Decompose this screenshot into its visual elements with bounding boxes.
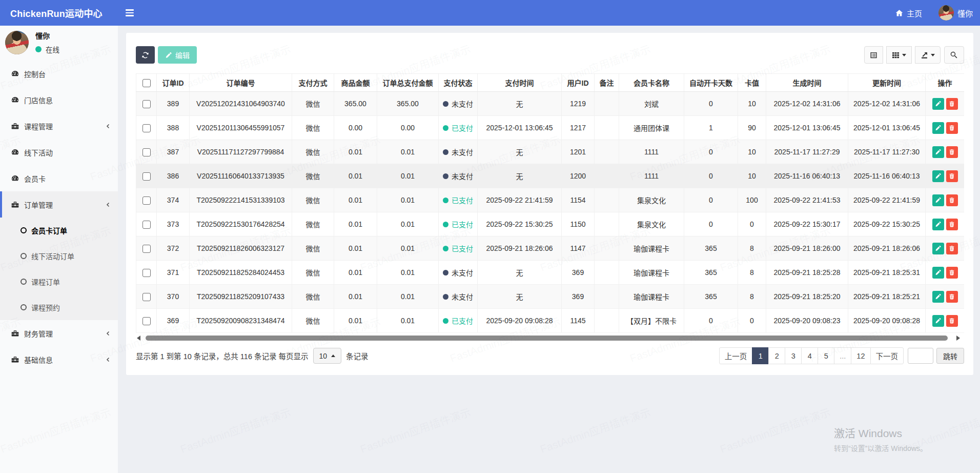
sidebar-item-订单管理[interactable]: 订单管理 <box>0 191 118 218</box>
row-delete-button[interactable] <box>946 194 958 206</box>
row-edit-button[interactable] <box>932 122 944 134</box>
column-header-订单总支付金额[interactable]: 订单总支付金额 <box>377 74 439 92</box>
row-checkbox[interactable] <box>142 196 151 205</box>
sidebar-item-控制台[interactable]: 控制台 <box>0 61 118 87</box>
pagination-page-2[interactable]: 2 <box>768 347 785 364</box>
cell-actions <box>926 164 965 188</box>
column-header-生成时间[interactable]: 生成时间 <box>766 74 848 92</box>
row-checkbox[interactable] <box>142 293 151 301</box>
toolbar: 编辑 <box>136 46 964 64</box>
pagination-ellipsis[interactable]: ... <box>834 347 851 364</box>
sidebar-subitem-课程订单[interactable]: 课程订单 <box>0 269 118 294</box>
cell-card-value: 100 <box>738 188 766 212</box>
column-header-支付时间[interactable]: 支付时间 <box>478 74 562 92</box>
row-checkbox[interactable] <box>142 317 151 325</box>
row-edit-button[interactable] <box>932 291 944 303</box>
column-header-操作[interactable]: 操作 <box>926 74 965 92</box>
row-delete-button[interactable] <box>946 122 958 134</box>
page-jump-input[interactable] <box>908 348 933 364</box>
scroll-right-arrow-icon[interactable] <box>956 336 960 341</box>
row-checkbox[interactable] <box>142 221 151 229</box>
sidebar-subitem-课程预约[interactable]: 课程预约 <box>0 294 118 320</box>
row-delete-button[interactable] <box>946 98 958 110</box>
cell-total: 0.00 <box>377 116 439 140</box>
cell-order-id: 371 <box>157 261 190 285</box>
row-edit-button[interactable] <box>932 98 944 110</box>
select-all-checkbox[interactable] <box>142 79 151 87</box>
pagination-next[interactable]: 下一页 <box>870 347 904 364</box>
column-header-支付状态[interactable]: 支付状态 <box>439 74 478 92</box>
pagination-prev[interactable]: 上一页 <box>719 347 753 364</box>
home-link[interactable]: 主页 <box>887 0 930 26</box>
edit-button[interactable]: 编辑 <box>158 46 197 64</box>
sidebar-menu: 控制台门店信息课程管理线下活动会员卡订单管理会员卡订单线下活动订单课程订单课程预… <box>0 61 118 372</box>
scrollbar-thumb[interactable] <box>146 336 948 341</box>
sidebar-item-课程管理[interactable]: 课程管理 <box>0 113 118 139</box>
sidebar-item-基础信息[interactable]: 基础信息 <box>0 346 118 372</box>
row-checkbox[interactable] <box>142 269 151 277</box>
column-header-支付方式[interactable]: 支付方式 <box>292 74 334 92</box>
row-edit-button[interactable] <box>932 315 944 327</box>
page-jump-button[interactable]: 跳转 <box>936 348 964 364</box>
pagination-page-12[interactable]: 12 <box>851 347 870 364</box>
row-delete-button[interactable] <box>946 146 958 158</box>
row-edit-button[interactable] <box>932 267 944 279</box>
row-delete-button[interactable] <box>946 315 958 327</box>
column-header-备注[interactable]: 备注 <box>595 74 619 92</box>
circle-icon <box>21 227 27 233</box>
column-header-卡值[interactable]: 卡值 <box>738 74 766 92</box>
row-edit-button[interactable] <box>932 219 944 230</box>
status-label: 已支付 <box>452 123 473 133</box>
navbar-user-menu[interactable]: 懂你 <box>930 0 980 26</box>
pagination-page-3[interactable]: 3 <box>785 347 802 364</box>
sidebar-item-会员卡[interactable]: 会员卡 <box>0 165 118 191</box>
row-checkbox[interactable] <box>142 124 151 132</box>
row-checkbox[interactable] <box>142 148 151 156</box>
row-delete-button[interactable] <box>946 267 958 279</box>
scroll-left-arrow-icon[interactable] <box>137 336 140 341</box>
sidebar-toggle-button[interactable] <box>118 0 141 26</box>
row-edit-button[interactable] <box>932 243 944 254</box>
search-button[interactable] <box>944 46 964 64</box>
columns-button[interactable] <box>886 46 912 64</box>
export-button[interactable] <box>915 46 941 64</box>
refresh-button[interactable] <box>136 46 155 64</box>
cell-pay-method: 微信 <box>292 116 334 140</box>
row-checkbox[interactable] <box>142 245 151 253</box>
pagination-page-5[interactable]: 5 <box>818 347 834 364</box>
status-badge: 已支付 <box>443 316 473 326</box>
sidebar-item-门店信息[interactable]: 门店信息 <box>0 87 118 113</box>
column-header-订单ID[interactable]: 订单ID <box>157 74 190 92</box>
column-header-会员卡名称[interactable]: 会员卡名称 <box>619 74 684 92</box>
cell-pay-method: 微信 <box>292 261 334 285</box>
column-header-用户ID[interactable]: 用户ID <box>562 74 595 92</box>
brand[interactable]: ChickenRun运动中心 <box>0 6 118 19</box>
row-checkbox[interactable] <box>142 100 151 108</box>
detail-view-button[interactable] <box>864 46 883 64</box>
column-header-自动开卡天数[interactable]: 自动开卡天数 <box>684 74 738 92</box>
pagination-page-1[interactable]: 1 <box>752 347 769 364</box>
page-size-dropdown[interactable]: 10 <box>313 348 342 364</box>
sidebar-subitem-线下活动订单[interactable]: 线下活动订单 <box>0 243 118 269</box>
page: ChickenRun运动中心 主页 懂你 懂你 在线 控制台门店信息课程管理线下… <box>0 0 980 473</box>
sidebar-item-label: 基础信息 <box>24 354 106 365</box>
pagination-page-4[interactable]: 4 <box>801 347 818 364</box>
horizontal-scrollbar[interactable] <box>136 334 964 342</box>
sidebar-item-线下活动[interactable]: 线下活动 <box>0 139 118 165</box>
row-checkbox[interactable] <box>142 172 151 181</box>
row-delete-button[interactable] <box>946 243 958 254</box>
column-header-商品金额[interactable]: 商品金额 <box>334 74 377 92</box>
row-edit-button[interactable] <box>932 170 944 182</box>
sidebar-item-财务管理[interactable]: 财务管理 <box>0 320 118 346</box>
sidebar-subitem-会员卡订单[interactable]: 会员卡订单 <box>0 218 118 243</box>
row-select-cell <box>136 212 157 236</box>
column-header-订单编号[interactable]: 订单编号 <box>190 74 292 92</box>
row-edit-button[interactable] <box>932 194 944 206</box>
row-delete-button[interactable] <box>946 291 958 303</box>
cell-created: 2025-09-21 18:25:20 <box>766 285 848 309</box>
row-delete-button[interactable] <box>946 219 958 230</box>
column-header-更新时间[interactable]: 更新时间 <box>848 74 926 92</box>
cell-auto-days: 0 <box>684 140 738 164</box>
row-edit-button[interactable] <box>932 146 944 158</box>
row-delete-button[interactable] <box>946 170 958 182</box>
